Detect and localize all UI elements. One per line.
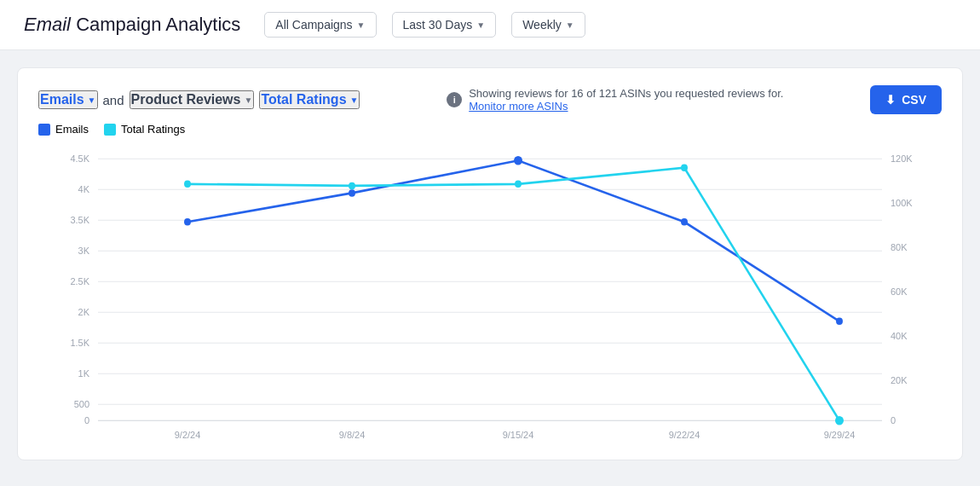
total-ratings-label: Total Ratings [261,92,346,107]
date-range-filter-dropdown[interactable]: Last 30 Days ▼ [392,12,497,38]
page-title: Email Campaign Analytics [24,14,240,36]
ratings-point-5 [835,416,844,425]
svg-text:3.5K: 3.5K [70,215,89,225]
svg-text:1.5K: 1.5K [70,338,89,348]
chevron-down-icon: ▼ [566,20,574,30]
svg-text:9/15/24: 9/15/24 [503,430,534,440]
svg-text:0: 0 [891,415,896,425]
svg-text:80K: 80K [891,242,908,252]
ratings-legend-color [104,124,116,136]
svg-text:4.5K: 4.5K [70,153,89,164]
date-range-filter-label: Last 30 Days [403,18,473,32]
chevron-down-icon: ▼ [244,95,252,105]
product-reviews-filter-dropdown[interactable]: Product Reviews ▼ [130,90,255,109]
svg-text:40K: 40K [891,331,908,341]
info-icon: i [447,92,462,107]
chevron-down-icon: ▼ [350,95,359,105]
campaigns-filter-label: All Campaigns [275,18,352,32]
svg-text:120K: 120K [891,153,913,164]
card-header: Emails ▼ and Product Reviews ▼ Total Rat… [38,85,942,114]
emails-point-1 [184,218,191,225]
campaigns-filter-dropdown[interactable]: All Campaigns ▼ [264,12,376,38]
product-reviews-label: Product Reviews [131,92,241,107]
csv-download-button[interactable]: ⬇ CSV [870,85,942,114]
emails-filter-dropdown[interactable]: Emails ▼ [38,90,98,109]
svg-text:4K: 4K [78,184,90,194]
info-message: Showing reviews for 16 of 121 ASINs you … [469,87,783,100]
svg-text:2K: 2K [78,307,90,317]
svg-text:9/2/24: 9/2/24 [175,430,201,440]
svg-text:1K: 1K [78,368,90,379]
chevron-down-icon: ▼ [476,20,485,30]
chevron-down-icon: ▼ [88,95,96,105]
main-content: Emails ▼ and Product Reviews ▼ Total Rat… [0,50,980,477]
svg-text:0: 0 [84,415,89,425]
info-text-block: Showing reviews for 16 of 121 ASINs you … [469,87,783,113]
legend-emails: Emails [38,123,89,136]
chart-legend: Emails Total Ratings [38,123,942,136]
svg-text:500: 500 [74,399,89,409]
svg-text:9/22/24: 9/22/24 [669,430,700,440]
svg-text:2.5K: 2.5K [70,276,89,286]
svg-text:60K: 60K [891,286,908,297]
csv-button-label: CSV [902,93,926,107]
download-icon: ⬇ [885,93,896,107]
emails-legend-label: Emails [55,123,89,136]
emails-point-3 [514,156,522,165]
total-ratings-filter-dropdown[interactable]: Total Ratings ▼ [259,90,360,109]
emails-point-2 [349,189,355,196]
emails-point-5 [836,318,843,325]
analytics-card: Emails ▼ and Product Reviews ▼ Total Rat… [17,67,963,460]
svg-text:20K: 20K [891,375,908,385]
svg-text:100K: 100K [891,198,913,208]
and-separator: and [103,93,124,107]
info-section: i Showing reviews for 16 of 121 ASINs yo… [360,87,870,113]
svg-text:9/8/24: 9/8/24 [339,430,366,440]
chart-svg: 4.5K 4K 3.5K 3K 2.5K 2K 1.5K 1K 500 0 12… [38,141,942,448]
legend-total-ratings: Total Ratings [104,123,185,136]
svg-text:9/29/24: 9/29/24 [824,430,856,440]
app-header: Email Campaign Analytics All Campaigns ▼… [0,0,980,50]
frequency-filter-dropdown[interactable]: Weekly ▼ [511,12,585,38]
frequency-filter-label: Weekly [522,18,562,32]
emails-point-4 [681,218,688,225]
ratings-point-1 [184,181,191,188]
ratings-legend-label: Total Ratings [121,123,185,136]
emails-filter-label: Emails [40,92,84,107]
ratings-point-3 [515,181,522,188]
emails-legend-color [38,124,50,136]
ratings-point-4 [681,165,688,171]
chart-area: 4.5K 4K 3.5K 3K 2.5K 2K 1.5K 1K 500 0 12… [38,141,942,448]
monitor-asins-link[interactable]: Monitor more ASINs [469,100,783,113]
svg-text:3K: 3K [78,246,90,256]
ratings-point-2 [349,182,355,189]
chevron-down-icon: ▼ [357,20,366,30]
card-filters: Emails ▼ and Product Reviews ▼ Total Rat… [38,90,360,109]
